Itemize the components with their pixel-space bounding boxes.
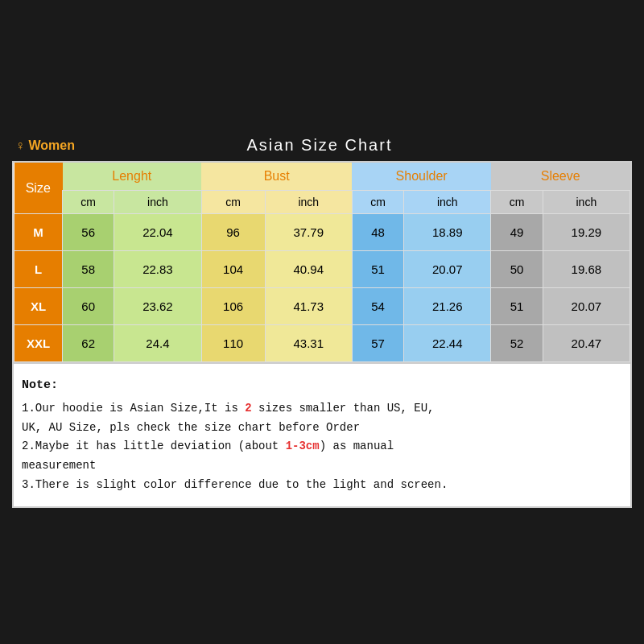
lenght-cm-header: cm — [63, 191, 114, 214]
bust-cm-cell: 110 — [201, 325, 265, 362]
bust-cm-cell: 104 — [201, 251, 265, 288]
shoulder-inch-cell: 18.89 — [404, 214, 491, 251]
shoulder-inch-header: inch — [404, 191, 491, 214]
bust-cm-cell: 96 — [201, 214, 265, 251]
lenght-inch-cell: 22.04 — [114, 214, 201, 251]
sleeve-cm-cell: 52 — [491, 325, 543, 362]
size-header: Size — [14, 163, 63, 214]
lenght-inch-cell: 22.83 — [114, 251, 201, 288]
sleeve-inch-header: inch — [543, 191, 630, 214]
shoulder-cm-header: cm — [352, 191, 403, 214]
bust-inch-cell: 41.73 — [265, 288, 352, 325]
size-cell: M — [14, 214, 63, 251]
sleeve-header: Sleeve — [491, 163, 630, 191]
shoulder-inch-cell: 20.07 — [404, 251, 491, 288]
shoulder-cm-cell: 57 — [352, 325, 403, 362]
sleeve-inch-cell: 19.68 — [543, 251, 630, 288]
lenght-inch-header: inch — [114, 191, 201, 214]
shoulder-cm-cell: 48 — [352, 214, 403, 251]
sleeve-cm-cell: 49 — [491, 214, 543, 251]
sleeve-cm-cell: 50 — [491, 251, 543, 288]
size-cell: XXL — [14, 325, 63, 362]
note-line-4: measurement — [22, 456, 622, 476]
bust-inch-cell: 37.79 — [265, 214, 352, 251]
notes-section: Note: 1.Our hoodie is Asian Size,It is 2… — [12, 364, 632, 507]
subheader-row: cm inch cm inch cm inch cm inch — [14, 191, 630, 214]
lenght-cm-cell: 60 — [63, 288, 114, 325]
shoulder-header: Shoulder — [352, 163, 491, 191]
sleeve-inch-cell: 20.07 — [543, 288, 630, 325]
bust-header: Bust — [201, 163, 352, 191]
top-bar: ♀ Women Asian Size Chart — [12, 136, 632, 155]
note-line-1: 1.Our hoodie is Asian Size,It is 2 sizes… — [22, 399, 622, 419]
table-row: XXL 62 24.4 110 43.31 57 22.44 52 20.47 — [14, 325, 630, 362]
table-row: XL 60 23.62 106 41.73 54 21.26 51 20.07 — [14, 288, 630, 325]
bust-cm-cell: 106 — [201, 288, 265, 325]
sleeve-inch-cell: 20.47 — [543, 325, 630, 362]
bust-inch-cell: 43.31 — [265, 325, 352, 362]
bust-cm-header: cm — [201, 191, 265, 214]
lenght-cm-cell: 62 — [63, 325, 114, 362]
note-line-5: 3.There is slight color difference due t… — [22, 476, 622, 495]
lenght-inch-cell: 23.62 — [114, 288, 201, 325]
lenght-cm-cell: 58 — [63, 251, 114, 288]
size-chart-table: Size Lenght Bust Shoulder Sleeve cm inch… — [14, 163, 630, 362]
lenght-cm-cell: 56 — [63, 214, 114, 251]
shoulder-cm-cell: 51 — [352, 251, 403, 288]
category-header-row: Size Lenght Bust Shoulder Sleeve — [14, 163, 630, 191]
shoulder-inch-cell: 21.26 — [404, 288, 491, 325]
page-container: ♀ Women Asian Size Chart Size Lenght Bus… — [4, 128, 640, 515]
bust-inch-cell: 40.94 — [265, 251, 352, 288]
highlight-1-3cm: 1-3cm — [286, 440, 320, 452]
women-label: ♀ Women — [15, 138, 75, 153]
note-title: Note: — [22, 375, 622, 396]
shoulder-inch-cell: 22.44 — [404, 325, 491, 362]
chart-title: Asian Size Chart — [246, 136, 392, 155]
sleeve-cm-cell: 51 — [491, 288, 543, 325]
sleeve-inch-cell: 19.29 — [543, 214, 630, 251]
sleeve-cm-header: cm — [491, 191, 543, 214]
note-line-3: 2.Maybe it has little deviation (about 1… — [22, 437, 622, 456]
shoulder-cm-cell: 54 — [352, 288, 403, 325]
highlight-2: 2 — [245, 402, 251, 415]
bust-inch-header: inch — [265, 191, 352, 214]
note-line-2: UK, AU Size, pls check the size chart be… — [22, 419, 622, 438]
size-cell: XL — [14, 288, 63, 325]
lenght-inch-cell: 24.4 — [114, 325, 201, 362]
table-body: M 56 22.04 96 37.79 48 18.89 49 19.29 L … — [14, 214, 630, 362]
lenght-header: Lenght — [63, 163, 202, 191]
size-cell: L — [14, 251, 63, 288]
chart-wrapper: Size Lenght Bust Shoulder Sleeve cm inch… — [12, 161, 632, 364]
table-row: L 58 22.83 104 40.94 51 20.07 50 19.68 — [14, 251, 630, 288]
table-row: M 56 22.04 96 37.79 48 18.89 49 19.29 — [14, 214, 630, 251]
